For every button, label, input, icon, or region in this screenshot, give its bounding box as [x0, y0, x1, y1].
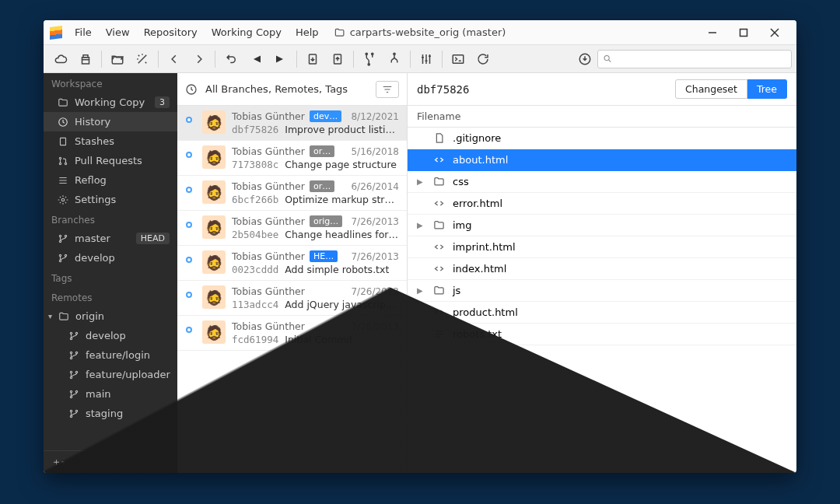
svg-point-13 — [604, 55, 609, 60]
window-title-text: carparts-website_orig (master) — [350, 26, 506, 38]
commit-row[interactable]: 🧔 Tobias Günther7/26/2013 fcd61994Initia… — [177, 316, 407, 351]
branch-icon — [68, 369, 79, 380]
commit-graph — [182, 180, 196, 193]
window-minimize[interactable] — [697, 23, 728, 42]
history-icon — [185, 83, 198, 96]
sidebar-item-pull-requests[interactable]: Pull Requests — [44, 151, 177, 170]
print-icon[interactable] — [73, 48, 98, 70]
svg-point-23 — [59, 254, 61, 256]
open-icon[interactable] — [105, 48, 130, 70]
refresh-icon[interactable] — [471, 48, 495, 70]
file-row[interactable]: ▶img — [408, 215, 796, 236]
magic-icon[interactable] — [130, 48, 155, 70]
file-name: img — [453, 219, 472, 231]
scope-options-button[interactable] — [376, 81, 399, 98]
sidebar-remote-branch[interactable]: feature/login — [44, 345, 177, 365]
seg-changeset-button[interactable]: Changeset — [675, 79, 747, 99]
file-name: robots.txt — [453, 328, 502, 340]
sidebar-branch-develop[interactable]: develop — [44, 248, 177, 268]
commits-scope-label[interactable]: All Branches, Remotes, Tags — [205, 83, 348, 95]
commit-hash: 6bcf266b — [232, 194, 278, 205]
chevron-right-icon: ▶ — [417, 177, 425, 186]
column-filename: Filename — [408, 106, 796, 128]
file-row[interactable]: imprint.html — [408, 236, 796, 258]
commit-message: Optimize markup stru… — [285, 194, 399, 205]
commit-row[interactable]: 🧔 Tobias Güntherorig…7/26/2013 2b504beeC… — [177, 211, 407, 246]
file-row[interactable]: error.html — [408, 193, 796, 215]
menu-file[interactable]: File — [68, 23, 98, 41]
clipboard-up-icon[interactable] — [325, 48, 350, 70]
flag-right-icon[interactable] — [268, 48, 293, 70]
menu-help[interactable]: Help — [289, 23, 325, 41]
file-row[interactable]: .gitignore — [408, 128, 796, 149]
sidebar-add-button[interactable]: ＋▾ — [44, 450, 177, 473]
file-row[interactable]: ▶js — [408, 280, 796, 302]
commit-author: Tobias Günther — [232, 145, 305, 157]
commit-row[interactable]: 🧔 Tobias Güntherdev…8/12/2021 dbf75826Im… — [177, 106, 407, 141]
file-row[interactable]: index.html — [408, 258, 796, 280]
svg-point-28 — [75, 332, 77, 334]
download-icon[interactable] — [572, 48, 597, 70]
file-row[interactable]: robots.txt — [408, 324, 796, 345]
svg-point-34 — [75, 371, 77, 373]
sidebar-item-label: feature/login — [86, 349, 150, 361]
file-row[interactable]: product.html — [408, 302, 796, 324]
sidebar-item-label: History — [75, 116, 110, 128]
folder-icon — [58, 97, 68, 108]
file-name: index.html — [453, 263, 506, 275]
commit-graph — [182, 250, 196, 263]
sidebar-remote-branch[interactable]: feature/uploader — [44, 365, 177, 384]
menu-view[interactable]: View — [100, 23, 136, 41]
file-row[interactable]: ▶css — [408, 171, 796, 193]
clipboard-down-icon[interactable] — [300, 48, 325, 70]
search-field[interactable] — [597, 50, 792, 68]
flag-left-icon[interactable] — [243, 48, 268, 70]
commit-row[interactable]: 🧔 Tobias Günther7/26/2013 113adcc4Add jQ… — [177, 281, 407, 316]
nav-forward-icon[interactable] — [187, 48, 212, 70]
window-maximize[interactable] — [728, 23, 759, 42]
sidebar-remote-branch[interactable]: staging — [44, 404, 177, 423]
sidebar-item-stashes[interactable]: Stashes — [44, 131, 177, 151]
code-icon — [432, 263, 445, 275]
window-close[interactable] — [759, 23, 790, 42]
merge-icon[interactable] — [357, 48, 382, 70]
terminal-icon[interactable] — [446, 48, 471, 70]
svg-rect-4 — [82, 59, 89, 63]
commit-message: Improve product listings — [285, 124, 399, 135]
sidebar-item-reflog[interactable]: Reflog — [44, 170, 177, 190]
sidebar-item-label: master — [75, 233, 110, 244]
commit-row[interactable]: 🧔 Tobias Güntheror…6/26/2014 6bcf266bOpt… — [177, 176, 407, 211]
commit-row[interactable]: 🧔 Tobias GüntherHE…7/26/2013 0023cdddAdd… — [177, 246, 407, 281]
folder-icon — [432, 176, 445, 187]
commit-graph — [182, 285, 196, 298]
commit-row[interactable]: 🧔 Tobias Güntheror…5/16/2018 7173808cCha… — [177, 141, 407, 176]
nav-back-icon[interactable] — [162, 48, 187, 70]
cloud-icon[interactable] — [48, 48, 73, 70]
search-icon — [603, 54, 612, 64]
file-name: .gitignore — [453, 132, 501, 144]
sliders-icon[interactable] — [414, 48, 439, 70]
sidebar-item-history[interactable]: History — [44, 112, 177, 131]
seg-tree-button[interactable]: Tree — [747, 79, 787, 99]
sidebar-remote-origin[interactable]: ▾ origin — [44, 306, 177, 326]
svg-point-20 — [59, 235, 61, 236]
svg-rect-11 — [453, 54, 464, 63]
sidebar-item-label: Settings — [75, 194, 116, 205]
file-row[interactable]: about.html — [408, 149, 796, 171]
sidebar: Workspace Working Copy 3 History Stashes… — [44, 73, 177, 473]
sidebar-branch-master[interactable]: master HEAD — [44, 229, 177, 248]
sidebar-item-settings[interactable]: Settings — [44, 190, 177, 209]
search-input[interactable] — [612, 54, 786, 65]
branch-icon[interactable] — [382, 48, 407, 70]
menu-working-copy[interactable]: Working Copy — [205, 23, 288, 41]
avatar: 🧔 — [202, 180, 226, 204]
svg-point-25 — [65, 254, 66, 256]
commit-graph — [182, 320, 196, 333]
sidebar-item-working-copy[interactable]: Working Copy 3 — [44, 93, 177, 112]
sidebar-remote-branch[interactable]: develop — [44, 326, 177, 345]
chevron-down-icon: ▾ — [48, 312, 52, 320]
menu-repository[interactable]: Repository — [138, 23, 204, 41]
sidebar-section-branches: Branches — [44, 209, 177, 229]
undo-icon[interactable] — [219, 48, 243, 70]
sidebar-remote-branch[interactable]: main — [44, 384, 177, 404]
